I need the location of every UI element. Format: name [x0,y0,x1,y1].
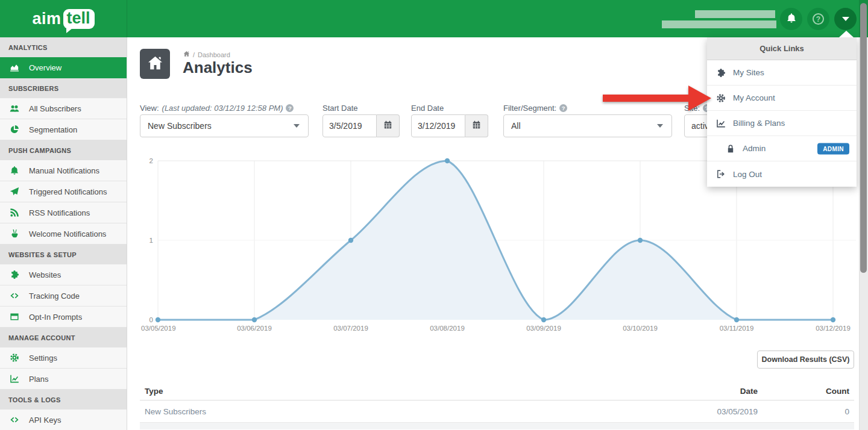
account-menu-button[interactable] [834,8,857,30]
code-icon [9,415,20,425]
sidebar-item-label: Segmentation [29,125,77,134]
sidebar-item-opt-in-prompts[interactable]: Opt-In Prompts [0,307,127,328]
sidebar-item-api-keys[interactable]: API Keys [0,410,127,430]
window-icon [9,312,20,322]
calendar-icon [383,120,392,132]
chart-line-icon [716,119,726,128]
logout-icon [716,169,726,179]
page-icon-tile [140,49,170,79]
quick-links-menu: Quick Links My SitesMy AccountBilling & … [707,37,857,187]
breadcrumb: / Dashboard [183,51,230,58]
sidebar-item-label: Settings [29,354,57,363]
gears-icon [9,353,20,363]
table-row: New Subscribers03/05/20190 [140,400,854,423]
dropdown-pointer [839,31,854,37]
sidebar-item-label: Overview [29,63,61,72]
sidebar-item-manual-notifications[interactable]: Manual Notifications [0,160,127,181]
sidebar-section-header-tools-logs: TOOLS & LOGS [0,390,127,410]
topbar: aim tell [0,0,868,37]
svg-text:1: 1 [149,237,153,244]
pie-chart-icon [9,125,20,134]
quick-link-billing-plans[interactable]: Billing & Plans [707,111,857,136]
caret-down-icon [294,124,300,128]
svg-text:03/12/2019: 03/12/2019 [816,325,851,332]
end-date-calendar-button[interactable] [465,114,488,137]
help-icon[interactable] [559,104,567,112]
home-icon [147,55,163,73]
svg-text:03/08/2019: 03/08/2019 [430,325,465,332]
sidebar-section-header-manage-account: MANAGE ACCOUNT [0,328,127,347]
quick-link-my-sites[interactable]: My Sites [707,60,857,86]
table-next-row-stripe [140,423,854,429]
sidebar-item-triggered-notifications[interactable]: Triggered Notifications [0,181,127,202]
sidebar-item-settings[interactable]: Settings [0,347,127,369]
view-select[interactable]: New Subscribers [140,114,309,137]
scrollbar-thumb[interactable] [860,3,867,273]
svg-text:0: 0 [149,316,153,323]
start-date-label: Start Date [322,104,358,113]
puzzle-icon [9,270,20,279]
sidebar-item-welcome-notifications[interactable]: Welcome Notifications [0,223,127,245]
sidebar-item-label: Tracking Code [29,291,80,301]
view-select-value: New Subscribers [148,121,212,131]
breadcrumb-separator: / [193,51,195,58]
chart-line-icon [9,374,20,384]
masked-site-url [662,20,776,28]
end-date-label: End Date [411,104,444,113]
sidebar-item-label: API Keys [29,416,61,425]
sidebar-item-label: Opt-In Prompts [29,313,82,322]
sidebar-item-tracking-code[interactable]: Tracking Code [0,285,127,307]
sidebar-item-label: Welcome Notifications [29,229,106,238]
gear-icon [716,93,726,103]
sidebar-section-header-subscribers: SUBSCRIBERS [0,78,127,98]
help-button[interactable] [807,8,829,30]
sidebar-item-plans[interactable]: Plans [0,369,127,390]
table-cell: 0 [758,407,849,416]
caret-down-icon [657,124,663,128]
notifications-button[interactable] [780,8,802,30]
help-icon [813,13,824,25]
bell-icon [9,166,20,175]
sidebar-item-websites[interactable]: Websites [0,264,127,285]
quick-link-label: Billing & Plans [733,119,785,128]
aimtell-logo[interactable]: aim tell [0,0,127,37]
sidebar-item-segmentation[interactable]: Segmentation [0,119,127,140]
sidebar-item-rss-notifications[interactable]: RSS Notifications [0,202,127,223]
logo-text-tell: tell [63,9,95,29]
sidebar-section-header-push-campaigns: PUSH CAMPAIGNS [0,140,127,160]
quick-link-my-account[interactable]: My Account [707,86,857,111]
help-icon[interactable] [286,104,294,112]
svg-text:2: 2 [149,157,153,164]
svg-text:03/10/2019: 03/10/2019 [623,325,658,332]
calendar-icon [472,120,481,132]
sidebar-item-label: Manual Notifications [29,166,99,175]
sidebar-item-label: All Subscribers [29,104,81,113]
start-date-group [322,114,400,137]
rss-icon [9,208,20,217]
site-select-value: activ [691,121,709,131]
end-date-input[interactable] [411,114,465,137]
svg-text:03/07/2019: 03/07/2019 [333,325,368,332]
table-header-row: TypeDateCount [140,382,854,400]
table-cell: 03/05/2019 [666,407,758,416]
svg-text:03/06/2019: 03/06/2019 [237,325,272,332]
segment-select[interactable]: All [503,114,672,137]
segment-select-value: All [511,121,521,131]
table-header-count: Count [758,387,849,396]
download-csv-button[interactable]: Download Results (CSV) [757,351,854,369]
sidebar-item-all-subscribers[interactable]: All Subscribers [0,98,127,119]
home-icon[interactable] [183,51,190,58]
sidebar-item-overview[interactable]: Overview [0,57,127,78]
sidebar-section-header-analytics: ANALYTICS [0,37,127,57]
quick-link-admin[interactable]: AdminADMIN [707,136,857,161]
hand-peace-icon [9,229,20,238]
masked-site-name [695,10,775,18]
svg-text:03/05/2019: 03/05/2019 [141,325,176,332]
results-table: TypeDateCount New Subscribers03/05/20190 [140,382,854,429]
lock-icon [726,144,736,154]
breadcrumb-page: Dashboard [198,51,230,58]
start-date-calendar-button[interactable] [377,114,400,137]
start-date-input[interactable] [322,114,377,137]
quick-link-label: My Account [733,93,775,102]
quick-link-log-out[interactable]: Log Out [707,161,857,187]
